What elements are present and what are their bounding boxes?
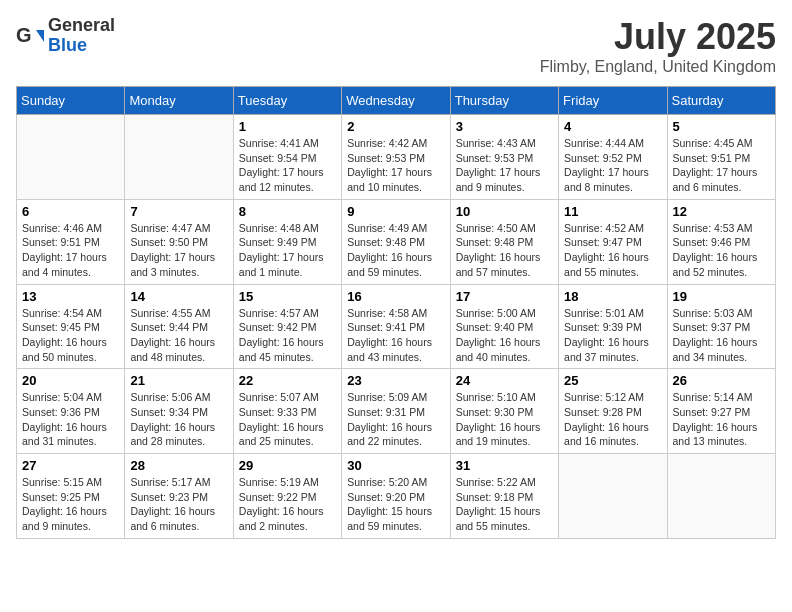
day-number: 7 [130,204,227,219]
day-number: 28 [130,458,227,473]
calendar-day [559,454,667,539]
calendar-header-row: SundayMondayTuesdayWednesdayThursdayFrid… [17,87,776,115]
logo-blue-text: Blue [48,36,115,56]
day-number: 18 [564,289,661,304]
calendar-day: 9Sunrise: 4:49 AM Sunset: 9:48 PM Daylig… [342,199,450,284]
calendar-day: 31Sunrise: 5:22 AM Sunset: 9:18 PM Dayli… [450,454,558,539]
day-number: 2 [347,119,444,134]
calendar-day: 18Sunrise: 5:01 AM Sunset: 9:39 PM Dayli… [559,284,667,369]
day-number: 27 [22,458,119,473]
day-info: Sunrise: 4:44 AM Sunset: 9:52 PM Dayligh… [564,136,661,195]
day-number: 16 [347,289,444,304]
logo-general-text: General [48,16,115,36]
calendar-day: 5Sunrise: 4:45 AM Sunset: 9:51 PM Daylig… [667,115,775,200]
calendar-day: 16Sunrise: 4:58 AM Sunset: 9:41 PM Dayli… [342,284,450,369]
day-info: Sunrise: 4:57 AM Sunset: 9:42 PM Dayligh… [239,306,336,365]
calendar-day: 28Sunrise: 5:17 AM Sunset: 9:23 PM Dayli… [125,454,233,539]
calendar-day: 4Sunrise: 4:44 AM Sunset: 9:52 PM Daylig… [559,115,667,200]
calendar-day: 11Sunrise: 4:52 AM Sunset: 9:47 PM Dayli… [559,199,667,284]
calendar-day [125,115,233,200]
day-number: 25 [564,373,661,388]
day-info: Sunrise: 5:14 AM Sunset: 9:27 PM Dayligh… [673,390,770,449]
day-number: 12 [673,204,770,219]
day-info: Sunrise: 4:42 AM Sunset: 9:53 PM Dayligh… [347,136,444,195]
weekday-header-monday: Monday [125,87,233,115]
day-number: 29 [239,458,336,473]
calendar-day: 10Sunrise: 4:50 AM Sunset: 9:48 PM Dayli… [450,199,558,284]
calendar-day: 17Sunrise: 5:00 AM Sunset: 9:40 PM Dayli… [450,284,558,369]
day-info: Sunrise: 5:00 AM Sunset: 9:40 PM Dayligh… [456,306,553,365]
day-number: 5 [673,119,770,134]
day-info: Sunrise: 5:10 AM Sunset: 9:30 PM Dayligh… [456,390,553,449]
calendar-day: 15Sunrise: 4:57 AM Sunset: 9:42 PM Dayli… [233,284,341,369]
calendar-day: 30Sunrise: 5:20 AM Sunset: 9:20 PM Dayli… [342,454,450,539]
day-info: Sunrise: 5:17 AM Sunset: 9:23 PM Dayligh… [130,475,227,534]
calendar-week-4: 20Sunrise: 5:04 AM Sunset: 9:36 PM Dayli… [17,369,776,454]
day-info: Sunrise: 5:04 AM Sunset: 9:36 PM Dayligh… [22,390,119,449]
day-info: Sunrise: 5:15 AM Sunset: 9:25 PM Dayligh… [22,475,119,534]
calendar-week-5: 27Sunrise: 5:15 AM Sunset: 9:25 PM Dayli… [17,454,776,539]
calendar-day: 3Sunrise: 4:43 AM Sunset: 9:53 PM Daylig… [450,115,558,200]
calendar-day: 13Sunrise: 4:54 AM Sunset: 9:45 PM Dayli… [17,284,125,369]
day-info: Sunrise: 4:53 AM Sunset: 9:46 PM Dayligh… [673,221,770,280]
calendar-day: 23Sunrise: 5:09 AM Sunset: 9:31 PM Dayli… [342,369,450,454]
weekday-header-saturday: Saturday [667,87,775,115]
day-info: Sunrise: 4:47 AM Sunset: 9:50 PM Dayligh… [130,221,227,280]
calendar-day: 2Sunrise: 4:42 AM Sunset: 9:53 PM Daylig… [342,115,450,200]
day-number: 21 [130,373,227,388]
day-info: Sunrise: 4:43 AM Sunset: 9:53 PM Dayligh… [456,136,553,195]
calendar-day: 25Sunrise: 5:12 AM Sunset: 9:28 PM Dayli… [559,369,667,454]
svg-marker-1 [36,30,44,42]
svg-text:G: G [16,24,32,46]
location: Flimby, England, United Kingdom [540,58,776,76]
title-block: July 2025 Flimby, England, United Kingdo… [540,16,776,76]
day-info: Sunrise: 4:55 AM Sunset: 9:44 PM Dayligh… [130,306,227,365]
day-number: 9 [347,204,444,219]
day-info: Sunrise: 4:48 AM Sunset: 9:49 PM Dayligh… [239,221,336,280]
day-number: 24 [456,373,553,388]
day-number: 6 [22,204,119,219]
day-number: 14 [130,289,227,304]
day-number: 19 [673,289,770,304]
day-info: Sunrise: 5:22 AM Sunset: 9:18 PM Dayligh… [456,475,553,534]
calendar-day: 27Sunrise: 5:15 AM Sunset: 9:25 PM Dayli… [17,454,125,539]
day-info: Sunrise: 5:09 AM Sunset: 9:31 PM Dayligh… [347,390,444,449]
calendar-day: 21Sunrise: 5:06 AM Sunset: 9:34 PM Dayli… [125,369,233,454]
calendar-day: 19Sunrise: 5:03 AM Sunset: 9:37 PM Dayli… [667,284,775,369]
day-info: Sunrise: 5:03 AM Sunset: 9:37 PM Dayligh… [673,306,770,365]
weekday-header-sunday: Sunday [17,87,125,115]
page-header: G General Blue July 2025 Flimby, England… [16,16,776,76]
calendar-day: 1Sunrise: 4:41 AM Sunset: 9:54 PM Daylig… [233,115,341,200]
day-info: Sunrise: 5:12 AM Sunset: 9:28 PM Dayligh… [564,390,661,449]
day-number: 30 [347,458,444,473]
day-number: 17 [456,289,553,304]
calendar-day [17,115,125,200]
calendar-day: 8Sunrise: 4:48 AM Sunset: 9:49 PM Daylig… [233,199,341,284]
calendar-week-2: 6Sunrise: 4:46 AM Sunset: 9:51 PM Daylig… [17,199,776,284]
day-info: Sunrise: 4:41 AM Sunset: 9:54 PM Dayligh… [239,136,336,195]
calendar-day: 12Sunrise: 4:53 AM Sunset: 9:46 PM Dayli… [667,199,775,284]
day-number: 31 [456,458,553,473]
calendar-table: SundayMondayTuesdayWednesdayThursdayFrid… [16,86,776,539]
calendar-day: 24Sunrise: 5:10 AM Sunset: 9:30 PM Dayli… [450,369,558,454]
weekday-header-wednesday: Wednesday [342,87,450,115]
day-number: 22 [239,373,336,388]
day-number: 4 [564,119,661,134]
day-number: 10 [456,204,553,219]
day-info: Sunrise: 4:50 AM Sunset: 9:48 PM Dayligh… [456,221,553,280]
day-info: Sunrise: 4:54 AM Sunset: 9:45 PM Dayligh… [22,306,119,365]
calendar-day: 7Sunrise: 4:47 AM Sunset: 9:50 PM Daylig… [125,199,233,284]
logo-icon: G [16,22,44,50]
calendar-day: 29Sunrise: 5:19 AM Sunset: 9:22 PM Dayli… [233,454,341,539]
month-title: July 2025 [540,16,776,58]
day-number: 20 [22,373,119,388]
calendar-day: 22Sunrise: 5:07 AM Sunset: 9:33 PM Dayli… [233,369,341,454]
day-number: 3 [456,119,553,134]
day-number: 23 [347,373,444,388]
day-number: 1 [239,119,336,134]
day-number: 11 [564,204,661,219]
weekday-header-tuesday: Tuesday [233,87,341,115]
weekday-header-thursday: Thursday [450,87,558,115]
day-info: Sunrise: 4:46 AM Sunset: 9:51 PM Dayligh… [22,221,119,280]
day-info: Sunrise: 4:45 AM Sunset: 9:51 PM Dayligh… [673,136,770,195]
